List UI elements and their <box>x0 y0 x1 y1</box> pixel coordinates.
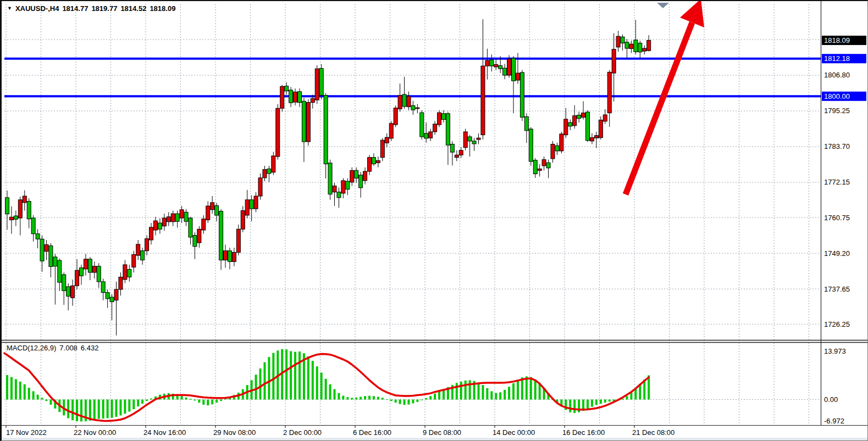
macd-histogram-bar <box>211 400 213 405</box>
candle-body <box>555 146 559 151</box>
macd-histogram-bar <box>390 400 392 401</box>
candle <box>197 226 201 248</box>
candle <box>258 174 262 200</box>
candle-body <box>524 116 528 130</box>
x-axis-label: 24 Nov 16:00 <box>143 428 186 437</box>
candle-body <box>328 163 332 194</box>
candle-body <box>363 171 367 181</box>
candle-body <box>150 227 153 240</box>
candle-body <box>236 229 240 252</box>
bottom-strip <box>2 438 867 440</box>
candle-body <box>573 116 577 126</box>
macd-histogram-bar <box>290 351 292 399</box>
candle <box>438 110 441 127</box>
candle-body <box>629 44 633 48</box>
macd-histogram-bar <box>512 383 515 400</box>
candle-body <box>136 244 140 255</box>
macd-histogram-bar <box>263 362 266 400</box>
candle <box>236 225 240 255</box>
candle-body <box>402 94 406 107</box>
macd-name: MACD(12,26,9) <box>7 344 56 352</box>
macd-histogram-bar <box>294 352 296 400</box>
candle-body <box>71 286 75 298</box>
macd-histogram-bar <box>41 398 43 399</box>
candle <box>494 59 498 70</box>
price-axis-label: 1749.20 <box>824 249 850 258</box>
macd-histogram-bar <box>434 394 436 400</box>
candle-body <box>297 92 301 103</box>
candle-body <box>416 108 419 109</box>
candle <box>533 158 537 178</box>
candle <box>101 278 105 300</box>
candle-body <box>355 170 358 178</box>
candle-body <box>520 72 524 118</box>
macd-histogram-bar <box>124 400 126 414</box>
symbol-dropdown-icon[interactable]: ▼ <box>7 5 12 11</box>
macd-histogram-bar <box>76 400 78 422</box>
candle-body <box>568 122 572 126</box>
macd-histogram-bar <box>403 400 406 405</box>
candle-body <box>507 59 511 75</box>
candle <box>368 155 372 175</box>
macd-histogram-bar <box>80 400 82 422</box>
candle-body <box>586 112 590 141</box>
macd-histogram-bar <box>429 396 432 399</box>
candle <box>468 135 472 157</box>
candle-body <box>420 113 424 137</box>
candle <box>88 257 92 280</box>
candle-body <box>167 217 170 222</box>
candle <box>31 215 35 242</box>
candle <box>582 101 585 119</box>
quote-high: 1819.77 <box>91 4 117 13</box>
candle-body <box>477 138 480 139</box>
candle <box>564 108 568 138</box>
candle-body <box>643 48 646 51</box>
candle <box>524 113 528 143</box>
candle <box>75 259 79 289</box>
candle <box>315 65 319 104</box>
candle-body <box>27 202 31 219</box>
candle <box>254 192 258 213</box>
macd-histogram-bar <box>329 384 331 400</box>
candle-body <box>153 221 157 230</box>
candle-body <box>455 155 458 158</box>
x-axis-label: 9 Dec 08:00 <box>423 428 461 437</box>
macd-histogram-bar <box>399 400 401 404</box>
candle <box>306 99 310 146</box>
candle-body <box>175 214 179 221</box>
candle-body <box>385 137 389 143</box>
macd-histogram-bar <box>595 400 598 405</box>
macd-histogram-bar <box>416 400 418 402</box>
candle-body <box>294 92 297 102</box>
candle <box>555 143 559 155</box>
candle <box>136 240 140 260</box>
candle-body <box>158 223 162 229</box>
macd-histogram-bar <box>268 357 270 399</box>
candle <box>590 133 594 144</box>
candle-body <box>49 246 53 267</box>
price-axis-label: 1806.80 <box>824 71 850 79</box>
candle <box>141 248 145 265</box>
candle-body <box>110 297 114 302</box>
macd-histogram-bar <box>490 391 493 399</box>
macd-histogram-bar <box>499 392 501 399</box>
price-axis-label: 1726.25 <box>824 320 850 328</box>
candle-body <box>189 218 192 237</box>
macd-histogram-bar <box>382 398 384 399</box>
candle <box>481 19 485 139</box>
candle-body <box>346 181 350 189</box>
candle-body <box>75 270 79 286</box>
candle <box>158 219 162 234</box>
trend-arrow-drawing[interactable] <box>626 1 704 194</box>
candle <box>119 272 123 295</box>
candle-body <box>245 200 249 215</box>
x-axis-label: 16 Dec 16:00 <box>562 428 605 437</box>
macd-histogram-bar <box>368 396 371 400</box>
candle-body <box>337 192 341 198</box>
macd-histogram-bar <box>37 395 39 400</box>
macd-histogram-bar <box>587 400 589 409</box>
candle-body <box>625 42 629 48</box>
candle-body <box>560 134 563 151</box>
candle <box>150 223 153 244</box>
quote-open: 1814.77 <box>62 4 88 13</box>
